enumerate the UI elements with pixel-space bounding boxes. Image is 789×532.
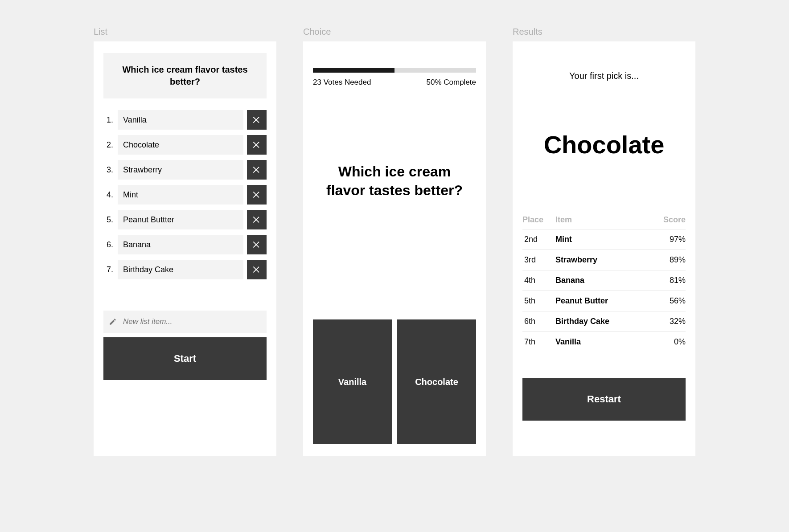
pencil-icon — [109, 318, 117, 326]
list-item-row: 5.Peanut Buttter — [103, 210, 267, 229]
results-row: 7thVanilla0% — [522, 332, 686, 352]
list-column: List Which ice cream flavor tastes bette… — [94, 27, 276, 456]
choice-option-b[interactable]: Chocolate — [397, 319, 476, 444]
list-panel: Which ice cream flavor tastes better? 1.… — [94, 41, 276, 456]
list-item-field[interactable]: Vanilla — [118, 110, 243, 130]
results-row: 5thPeanut Butter56% — [522, 291, 686, 311]
list-item-row: 7.Birthday Cake — [103, 260, 267, 279]
delete-item-button[interactable] — [247, 135, 267, 155]
result-item: Strawberry — [555, 255, 654, 265]
list-item-field[interactable]: Chocolate — [118, 135, 243, 155]
choice-option-a[interactable]: Vanilla — [313, 319, 392, 444]
winner-name: Chocolate — [522, 130, 686, 159]
list-item-number: 2. — [103, 140, 114, 150]
add-item-row[interactable] — [103, 311, 267, 333]
list-item-number: 7. — [103, 265, 114, 274]
result-score: 0% — [654, 337, 686, 347]
close-icon — [252, 165, 262, 175]
list-items-container: 1.Vanilla2.Chocolate3.Strawberry4.Mint5.… — [103, 110, 267, 279]
delete-item-button[interactable] — [247, 260, 267, 279]
list-item-number: 5. — [103, 215, 114, 225]
list-item-row: 1.Vanilla — [103, 110, 267, 130]
close-icon — [252, 190, 262, 200]
results-table: Place Item Score 2ndMint97%3rdStrawberry… — [522, 213, 686, 352]
percent-complete-label: 50% Complete — [426, 78, 476, 87]
result-place: 3rd — [522, 255, 555, 265]
result-item: Birthday Cake — [555, 317, 654, 326]
list-item-row: 3.Strawberry — [103, 160, 267, 180]
col-place: Place — [522, 215, 555, 225]
close-icon — [252, 240, 262, 250]
choice-column: Choice 23 Votes Needed 50% Complete Whic… — [303, 27, 486, 456]
results-row: 2ndMint97% — [522, 229, 686, 250]
results-label: Results — [513, 27, 695, 37]
list-item-field[interactable]: Mint — [118, 185, 243, 205]
choice-buttons: Vanilla Chocolate — [313, 319, 476, 444]
list-item-row: 6.Banana — [103, 235, 267, 254]
list-item-number: 1. — [103, 115, 114, 125]
delete-item-button[interactable] — [247, 210, 267, 229]
list-item-number: 4. — [103, 190, 114, 200]
results-row: 6thBirthday Cake32% — [522, 311, 686, 332]
add-item-input[interactable] — [123, 317, 261, 326]
list-item-row: 4.Mint — [103, 185, 267, 205]
result-place: 7th — [522, 337, 555, 347]
close-icon — [252, 265, 262, 274]
list-question: Which ice cream flavor tastes better? — [103, 53, 267, 98]
first-pick-label: Your first pick is... — [522, 71, 686, 81]
choice-panel: 23 Votes Needed 50% Complete Which ice c… — [303, 41, 486, 456]
result-item: Banana — [555, 276, 654, 285]
result-place: 6th — [522, 317, 555, 326]
result-place: 5th — [522, 296, 555, 306]
progress-labels: 23 Votes Needed 50% Complete — [313, 78, 476, 87]
result-score: 81% — [654, 276, 686, 285]
results-column: Results Your first pick is... Chocolate … — [513, 27, 695, 456]
delete-item-button[interactable] — [247, 185, 267, 205]
delete-item-button[interactable] — [247, 160, 267, 180]
choice-question: Which ice cream flavor tastes better? — [313, 163, 476, 200]
results-row: 4thBanana81% — [522, 270, 686, 291]
list-item-field[interactable]: Peanut Buttter — [118, 210, 243, 229]
results-header-row: Place Item Score — [522, 213, 686, 229]
result-score: 56% — [654, 296, 686, 306]
list-label: List — [94, 27, 276, 37]
progress-fill — [313, 68, 394, 73]
list-item-field[interactable]: Birthday Cake — [118, 260, 243, 279]
progress-bar — [313, 68, 476, 73]
delete-item-button[interactable] — [247, 110, 267, 130]
result-item: Mint — [555, 235, 654, 244]
result-score: 32% — [654, 317, 686, 326]
list-item-field[interactable]: Banana — [118, 235, 243, 254]
result-place: 4th — [522, 276, 555, 285]
list-item-field[interactable]: Strawberry — [118, 160, 243, 180]
result-score: 89% — [654, 255, 686, 265]
list-item-number: 3. — [103, 165, 114, 175]
start-button[interactable]: Start — [103, 337, 267, 380]
result-item: Vanilla — [555, 337, 654, 347]
col-score: Score — [654, 215, 686, 225]
result-item: Peanut Butter — [555, 296, 654, 306]
list-item-number: 6. — [103, 240, 114, 250]
close-icon — [252, 215, 262, 225]
close-icon — [252, 140, 262, 150]
list-item-row: 2.Chocolate — [103, 135, 267, 155]
results-row: 3rdStrawberry89% — [522, 250, 686, 270]
col-item: Item — [555, 215, 654, 225]
close-icon — [252, 115, 262, 125]
result-place: 2nd — [522, 235, 555, 244]
delete-item-button[interactable] — [247, 235, 267, 254]
votes-needed-label: 23 Votes Needed — [313, 78, 371, 87]
choice-label: Choice — [303, 27, 486, 37]
results-panel: Your first pick is... Chocolate Place It… — [513, 41, 695, 456]
result-score: 97% — [654, 235, 686, 244]
restart-button[interactable]: Restart — [522, 378, 686, 421]
